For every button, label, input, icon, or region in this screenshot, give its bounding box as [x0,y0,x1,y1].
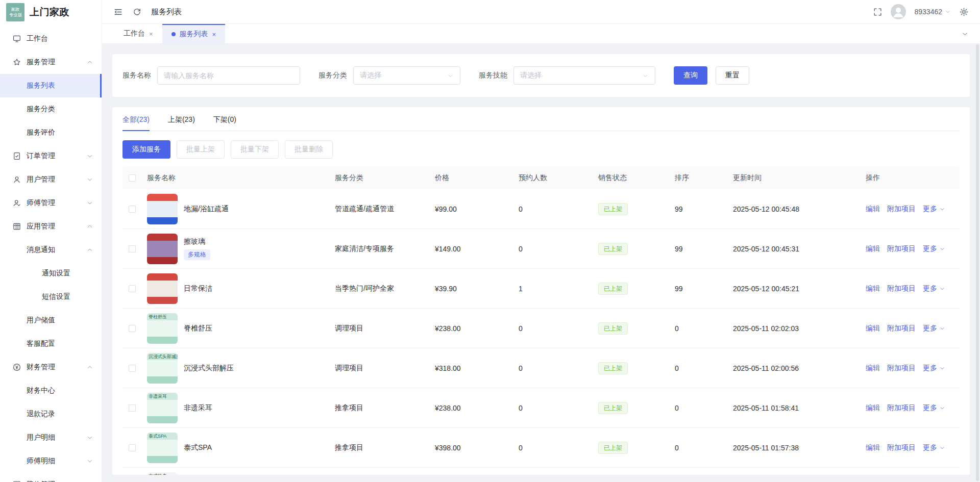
sort-order: 0 [675,444,733,452]
row-checkbox[interactable] [129,285,136,292]
batch-button[interactable]: 批量下架 [231,140,279,159]
chevron-up-icon [86,223,93,230]
service-category-select[interactable]: 请选择 [353,66,460,85]
gear-icon[interactable] [959,7,969,17]
sidebar-item[interactable]: 装修管理 [0,473,102,482]
select-placeholder: 请选择 [520,71,542,80]
updated-time: 2025-05-11 02:00:56 [733,364,866,372]
tab-workbench[interactable]: 工作台 × [114,24,162,43]
user-menu[interactable]: 8933462 [914,8,951,16]
sidebar-item[interactable]: 工作台 [0,27,102,50]
add-service-button[interactable]: 添加服务 [122,140,170,159]
booking-count: 1 [519,285,598,293]
tab-service-list[interactable]: 服务列表 × [162,24,226,43]
service-thumbnail: 脊柱舒压 [147,313,178,344]
more-link[interactable]: 更多 [923,324,945,333]
more-link[interactable]: 更多 [923,364,945,373]
service-skill-select[interactable]: 请选择 [513,66,655,85]
service-thumbnail [147,194,178,224]
scrollbar[interactable] [976,44,979,481]
status-tab[interactable]: 全部(23) [122,115,150,131]
chevron-down-icon [642,72,649,79]
close-icon[interactable]: × [212,31,216,38]
sidebar-item[interactable]: 消息通知 [0,238,102,262]
more-link[interactable]: 更多 [923,284,945,293]
status-tab[interactable]: 下架(0) [213,115,236,131]
more-link[interactable]: 更多 [923,403,945,413]
edit-link[interactable]: 编辑 [866,205,880,214]
row-checkbox[interactable] [129,444,136,451]
refresh-icon[interactable] [132,7,142,17]
sidebar-item-label: 服务列表 [27,81,55,90]
row-checkbox[interactable] [129,245,136,252]
table-row: 擦玻璃多规格家庭清洁/专项服务¥149.000已上架992025-05-12 0… [122,229,960,269]
service-thumbnail: 非遗采耳 [147,393,178,423]
search-button[interactable]: 查询 [674,66,707,85]
status-tab[interactable]: 上架(23) [168,115,195,131]
row-checkbox[interactable] [129,206,136,213]
service-name-cell: 擦玻璃多规格 [147,234,335,264]
sidebar-item[interactable]: 服务列表 [0,74,102,97]
sidebar-item-label: 服务分类 [27,105,55,114]
sidebar-item[interactable]: 用户储值 [0,309,102,332]
service-price: ¥99.00 [435,205,519,213]
edit-link[interactable]: 编辑 [866,244,880,253]
sidebar-item[interactable]: 退款记录 [0,402,102,426]
batch-button[interactable]: 批量上架 [177,140,225,159]
close-icon[interactable]: × [149,30,153,38]
addon-items-link[interactable]: 附加项目 [887,403,916,413]
chevron-down-icon [939,286,945,292]
sidebar-item[interactable]: 师傅管理 [0,191,102,215]
addon-items-link[interactable]: 附加项目 [887,443,916,452]
more-link[interactable]: 更多 [923,443,945,452]
more-link[interactable]: 更多 [923,244,945,253]
scrollbar-thumb[interactable] [976,44,979,481]
avatar[interactable] [891,4,906,19]
more-link[interactable]: 更多 [923,205,945,214]
sidebar-item[interactable]: 财务中心 [0,379,102,402]
addon-items-link[interactable]: 附加项目 [887,324,916,333]
addon-items-link[interactable]: 附加项目 [887,364,916,373]
sidebar-item[interactable]: 订单管理 [0,144,102,168]
status-badge: 已上架 [598,362,628,374]
sidebar-item-label: 客服配置 [27,339,55,348]
sidebar-item[interactable]: 通知设置 [0,262,102,285]
sidebar-item[interactable]: 师傅明细 [0,449,102,473]
booking-count: 0 [519,245,598,253]
collapse-sidebar-icon[interactable] [113,7,123,17]
batch-button[interactable]: 批量删除 [285,140,333,159]
booking-count: 0 [519,364,598,372]
edit-link[interactable]: 编辑 [866,364,880,373]
sidebar-item[interactable]: 用户管理 [0,168,102,191]
row-checkbox[interactable] [129,404,136,412]
reset-button[interactable]: 重置 [716,66,749,85]
service-thumbnail [147,234,178,264]
edit-link[interactable]: 编辑 [866,403,880,413]
sidebar-item[interactable]: 服务评价 [0,121,102,144]
sidebar-item[interactable]: 短信设置 [0,285,102,309]
edit-link[interactable]: 编辑 [866,443,880,452]
sidebar-item[interactable]: 财务管理 [0,356,102,379]
fullscreen-icon[interactable] [873,7,883,17]
sidebar-item[interactable]: 应用管理 [0,215,102,238]
addon-items-link[interactable]: 附加项目 [887,205,916,214]
edit-link[interactable]: 编辑 [866,284,880,293]
service-thumbnail [147,273,178,304]
page-title: 服务列表 [151,7,182,17]
sidebar-item[interactable]: 客服配置 [0,332,102,356]
row-checkbox[interactable] [129,365,136,372]
row-checkbox[interactable] [129,325,136,332]
chevron-down-icon [961,30,969,38]
status-cell: 已上架 [598,403,675,413]
addon-items-link[interactable]: 附加项目 [887,284,916,293]
select-all-checkbox[interactable] [129,174,136,182]
edit-link[interactable]: 编辑 [866,324,880,333]
chevron-down-icon [939,325,945,332]
tab-list-dropdown[interactable] [961,24,969,43]
chevron-down-icon [939,365,945,371]
service-name-input[interactable] [157,66,300,85]
sidebar-item[interactable]: 服务管理 [0,50,102,74]
sidebar-item[interactable]: 服务分类 [0,97,102,121]
addon-items-link[interactable]: 附加项目 [887,244,916,253]
sidebar-item[interactable]: 用户明细 [0,426,102,449]
